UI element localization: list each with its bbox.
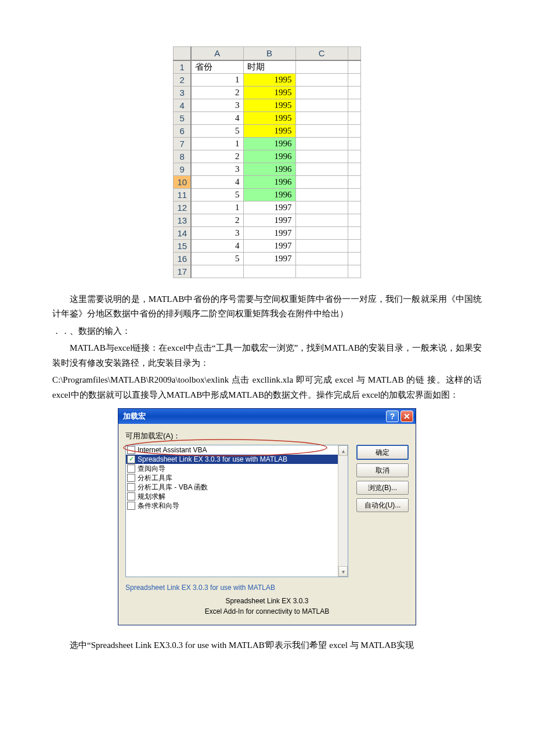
cell[interactable]: 1 (191, 137, 243, 150)
cell[interactable]: 1996 (243, 137, 295, 150)
cell[interactable]: 5 (191, 252, 243, 265)
cell[interactable] (348, 150, 360, 163)
cell[interactable]: 4 (191, 239, 243, 252)
checkbox-icon[interactable]: ✓ (127, 455, 135, 463)
checkbox-icon[interactable] (127, 483, 135, 491)
row-header[interactable]: 5 (174, 111, 191, 124)
cell[interactable]: 1997 (243, 201, 295, 214)
col-header-d[interactable] (348, 47, 360, 60)
cell[interactable] (348, 163, 360, 175)
cell[interactable] (295, 73, 348, 86)
cell[interactable]: 1997 (243, 214, 295, 226)
cell[interactable]: 1997 (243, 226, 295, 239)
cell[interactable] (348, 124, 360, 137)
cell[interactable]: 1996 (243, 150, 295, 163)
col-header-c[interactable]: C (295, 47, 348, 60)
cell[interactable] (295, 163, 348, 175)
cell[interactable] (295, 265, 348, 278)
cell[interactable] (295, 111, 348, 124)
row-header[interactable]: 7 (174, 137, 191, 150)
cell[interactable]: 1995 (243, 111, 295, 124)
cell[interactable] (295, 175, 348, 188)
cell[interactable] (295, 137, 348, 150)
row-header[interactable]: 14 (174, 226, 191, 239)
cell[interactable] (295, 226, 348, 239)
cell[interactable]: 时期 (243, 60, 295, 74)
row-header[interactable]: 6 (174, 124, 191, 137)
cell[interactable] (295, 214, 348, 226)
row-header[interactable]: 17 (174, 265, 191, 278)
cell[interactable] (348, 201, 360, 214)
cell[interactable]: 1997 (243, 252, 295, 265)
cell[interactable] (295, 239, 348, 252)
cell[interactable] (348, 86, 360, 99)
cell[interactable]: 5 (191, 188, 243, 201)
cell[interactable] (348, 265, 360, 278)
cell[interactable]: 1995 (243, 73, 295, 86)
checkbox-icon[interactable] (127, 492, 135, 501)
row-header[interactable]: 15 (174, 239, 191, 252)
cell[interactable]: 2 (191, 214, 243, 226)
cell[interactable] (348, 226, 360, 239)
row-header[interactable]: 3 (174, 86, 191, 99)
row-header[interactable]: 1 (174, 60, 191, 74)
sheet-corner[interactable] (174, 47, 191, 60)
cell[interactable]: 1995 (243, 86, 295, 99)
cell[interactable]: 2 (191, 86, 243, 99)
row-header[interactable]: 4 (174, 99, 191, 111)
col-header-b[interactable]: B (243, 47, 295, 60)
cell[interactable] (348, 137, 360, 150)
checkbox-icon[interactable] (127, 474, 135, 482)
scroll-down-icon[interactable]: ▾ (338, 566, 348, 577)
help-button[interactable]: ? (386, 411, 399, 422)
checkbox-icon[interactable] (127, 446, 135, 454)
cell[interactable] (295, 188, 348, 201)
cell[interactable]: 3 (191, 226, 243, 239)
cell[interactable] (295, 86, 348, 99)
row-header[interactable]: 10 (174, 175, 191, 188)
cell[interactable]: 3 (191, 99, 243, 111)
cell[interactable] (348, 111, 360, 124)
cell[interactable]: 2 (191, 150, 243, 163)
addin-item[interactable]: 条件求和向导 (126, 501, 338, 510)
cell[interactable] (295, 201, 348, 214)
cell[interactable]: 1 (191, 201, 243, 214)
row-header[interactable]: 12 (174, 201, 191, 214)
cell[interactable]: 1996 (243, 163, 295, 175)
cell[interactable] (348, 99, 360, 111)
cancel-button[interactable]: 取消 (356, 463, 409, 477)
cell[interactable] (295, 124, 348, 137)
cell[interactable] (295, 252, 348, 265)
row-header[interactable]: 13 (174, 214, 191, 226)
addins-listbox[interactable]: Internet Assistant VBA✓Spreadsheet Link … (125, 445, 348, 577)
cell[interactable]: 5 (191, 124, 243, 137)
cell[interactable]: 1996 (243, 188, 295, 201)
cell[interactable] (348, 73, 360, 86)
dialog-titlebar[interactable]: 加载宏 ? ✕ (118, 409, 416, 424)
browse-button[interactable]: 浏览(B)... (356, 481, 409, 495)
cell[interactable] (348, 214, 360, 226)
cell[interactable]: 1995 (243, 99, 295, 111)
cell[interactable]: 4 (191, 175, 243, 188)
cell[interactable] (295, 99, 348, 111)
col-header-a[interactable]: A (191, 47, 243, 60)
checkbox-icon[interactable] (127, 502, 135, 510)
cell[interactable] (348, 60, 360, 74)
checkbox-icon[interactable] (127, 465, 135, 473)
cell[interactable]: 1997 (243, 239, 295, 252)
cell[interactable] (348, 188, 360, 201)
ok-button[interactable]: 确定 (356, 445, 409, 460)
cell[interactable] (243, 265, 295, 278)
cell[interactable]: 1995 (243, 124, 295, 137)
cell[interactable]: 1 (191, 73, 243, 86)
cell[interactable]: 4 (191, 111, 243, 124)
row-header[interactable]: 8 (174, 150, 191, 163)
listbox-scrollbar[interactable]: ▴ ▾ (338, 445, 348, 577)
cell[interactable] (191, 265, 243, 278)
row-header[interactable]: 11 (174, 188, 191, 201)
cell[interactable]: 省份 (191, 60, 243, 74)
cell[interactable] (348, 239, 360, 252)
close-button[interactable]: ✕ (400, 411, 413, 422)
cell[interactable] (348, 175, 360, 188)
cell[interactable]: 1996 (243, 175, 295, 188)
